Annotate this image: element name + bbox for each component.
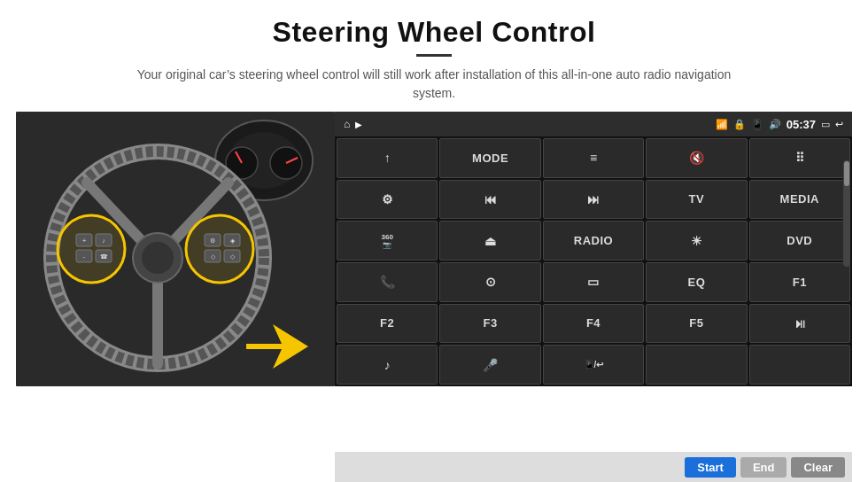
- title-divider: [416, 54, 452, 57]
- btn-empty-1: [646, 345, 747, 385]
- car-image: + - ♪ ☎ ⚙ ◇ ◈ ◇: [16, 112, 335, 386]
- btn-dvd[interactable]: DVD: [749, 221, 850, 260]
- btn-phone-call[interactable]: 📱/↩: [543, 345, 644, 385]
- btn-settings[interactable]: ⚙: [337, 180, 438, 220]
- status-left: ⌂ ▶: [344, 118, 362, 130]
- page-title: Steering Wheel Control: [35, 16, 833, 49]
- lock-icon: 🔒: [733, 119, 746, 130]
- btn-brightness[interactable]: ☀: [646, 221, 747, 260]
- btn-nav[interactable]: ↑: [337, 138, 438, 178]
- btn-prev[interactable]: ⏮: [439, 180, 540, 220]
- panel-relative: ⌂ ▶ 📶 🔒 📱 🔊 05:37 ▭ ↩: [335, 112, 852, 452]
- svg-text:⚙: ⚙: [210, 237, 215, 244]
- svg-point-23: [186, 215, 253, 283]
- btn-mirror[interactable]: ▭: [543, 262, 644, 302]
- page-subtitle: Your original car’s steering wheel contr…: [124, 66, 744, 103]
- back-icon: ↩: [835, 119, 843, 130]
- btn-menu[interactable]: ≡: [543, 138, 644, 178]
- button-grid: ↑ MODE ≡ 🔇 ⠿ ⚙ ⏮ ⏭ TV MEDIA 360: [335, 136, 852, 386]
- bt-icon: 🔊: [769, 119, 781, 130]
- prev-icon: ⏮: [484, 192, 497, 206]
- clear-button[interactable]: Clear: [791, 457, 845, 478]
- phone-icon: 📞: [380, 275, 395, 289]
- status-bar: ⌂ ▶ 📶 🔒 📱 🔊 05:37 ▭ ↩: [335, 112, 852, 136]
- action-bar: Start End Clear: [335, 452, 852, 482]
- wifi-icon: 📶: [716, 119, 728, 130]
- start-button[interactable]: Start: [685, 457, 736, 478]
- right-panel-wrapper: ⌂ ▶ 📶 🔒 📱 🔊 05:37 ▭ ↩: [335, 112, 852, 482]
- btn-mic[interactable]: 🎤: [439, 345, 540, 385]
- steering-wheel-svg: + - ♪ ☎ ⚙ ◇ ◈ ◇: [16, 112, 335, 386]
- btn-empty-2: [749, 345, 850, 385]
- menu-icon: ≡: [590, 151, 597, 165]
- btn-mute[interactable]: 🔇: [646, 138, 747, 178]
- navigate-icon: ▶: [355, 120, 362, 129]
- btn-f2[interactable]: F2: [337, 304, 438, 344]
- btn-media[interactable]: MEDIA: [749, 180, 850, 220]
- svg-text:+: +: [82, 237, 87, 245]
- header-section: Steering Wheel Control Your original car…: [0, 0, 868, 112]
- svg-text:☎: ☎: [100, 253, 108, 260]
- btn-music[interactable]: ♪: [337, 345, 438, 385]
- svg-text:-: -: [83, 253, 86, 260]
- btn-eq[interactable]: EQ: [646, 262, 747, 302]
- btn-f4[interactable]: F4: [543, 304, 644, 344]
- apps-icon: ⠿: [795, 151, 804, 165]
- next-icon: ⏭: [587, 192, 600, 206]
- play-pause-icon: ⏯: [794, 316, 806, 330]
- nav-icon: ↑: [384, 151, 391, 165]
- btn-f5[interactable]: F5: [646, 304, 747, 344]
- eject-icon: ⏏: [484, 234, 496, 248]
- btn-navi[interactable]: ⊙: [439, 262, 540, 302]
- sim-icon: 📱: [751, 119, 763, 130]
- mirror-icon: ▭: [587, 275, 599, 289]
- btn-eject[interactable]: ⏏: [439, 221, 540, 260]
- btn-mode[interactable]: MODE: [439, 138, 540, 178]
- btn-f1[interactable]: F1: [749, 262, 850, 302]
- page-container: Steering Wheel Control Your original car…: [0, 0, 868, 482]
- btn-phone[interactable]: 📞: [337, 262, 438, 302]
- btn-apps[interactable]: ⠿: [749, 138, 850, 178]
- cam-icon: 📷: [383, 241, 391, 249]
- mute-icon: 🔇: [689, 151, 704, 165]
- music-icon: ♪: [384, 358, 391, 372]
- btn-360cam[interactable]: 360 📷: [337, 221, 438, 260]
- phone-call-icon: 📱/↩: [584, 360, 604, 369]
- status-right: 📶 🔒 📱 🔊 05:37 ▭ ↩: [716, 118, 843, 131]
- content-section: + - ♪ ☎ ⚙ ◇ ◈ ◇: [0, 112, 868, 482]
- navi-icon: ⊙: [485, 275, 496, 289]
- scrollbar-thumb: [844, 161, 849, 186]
- settings-icon: ⚙: [382, 192, 393, 206]
- svg-point-13: [142, 242, 174, 274]
- control-panel: ⌂ ▶ 📶 🔒 📱 🔊 05:37 ▭ ↩: [335, 112, 852, 386]
- btn-next[interactable]: ⏭: [543, 180, 644, 220]
- btn-radio[interactable]: RADIO: [543, 221, 644, 260]
- svg-text:♪: ♪: [102, 237, 105, 244]
- btn-play-pause[interactable]: ⏯: [749, 304, 850, 344]
- status-time: 05:37: [787, 118, 816, 131]
- end-button[interactable]: End: [740, 457, 787, 478]
- steering-wheel-bg: + - ♪ ☎ ⚙ ◇ ◈ ◇: [16, 112, 335, 386]
- brightness-icon: ☀: [691, 234, 702, 248]
- btn-tv[interactable]: TV: [646, 180, 747, 220]
- scrollbar-track: [843, 160, 850, 267]
- btn-f3[interactable]: F3: [439, 304, 540, 344]
- home-icon: ⌂: [344, 118, 350, 130]
- mic-icon: 🎤: [483, 358, 498, 372]
- svg-point-14: [58, 215, 125, 283]
- screen-icon: ▭: [821, 119, 830, 130]
